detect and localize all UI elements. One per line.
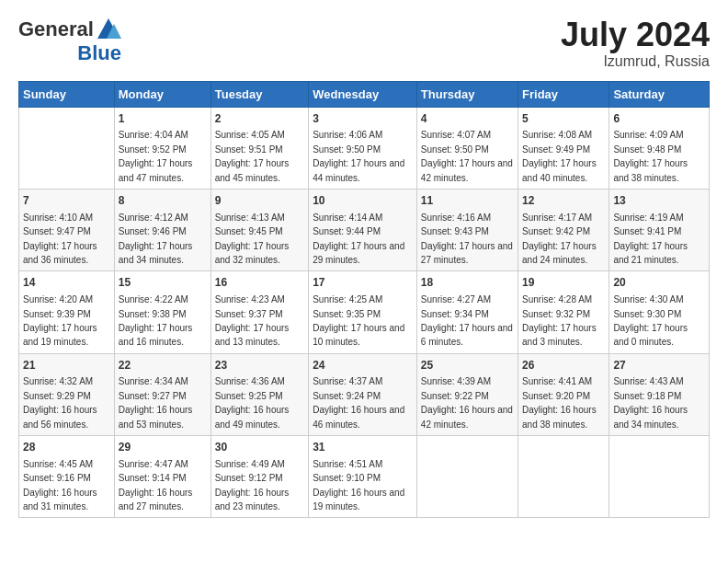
calendar-cell: 24Sunrise: 4:37 AMSunset: 9:24 PMDayligh… [309, 353, 417, 435]
calendar-cell: 25Sunrise: 4:39 AMSunset: 9:22 PMDayligh… [416, 353, 518, 435]
calendar-cell: 19Sunrise: 4:28 AMSunset: 9:32 PMDayligh… [518, 271, 609, 353]
calendar-cell: 12Sunrise: 4:17 AMSunset: 9:42 PMDayligh… [518, 189, 609, 270]
day-info: Sunrise: 4:28 AMSunset: 9:32 PMDaylight:… [522, 294, 597, 347]
day-number: 27 [613, 358, 705, 373]
day-number: 22 [119, 358, 207, 373]
day-info: Sunrise: 4:10 AMSunset: 9:47 PMDaylight:… [23, 213, 97, 265]
day-info: Sunrise: 4:51 AMSunset: 9:10 PMDaylight:… [313, 459, 404, 511]
logo-blue-text: Blue [77, 42, 121, 64]
logo-general-text: General [18, 18, 94, 40]
calendar-cell: 14Sunrise: 4:20 AMSunset: 9:39 PMDayligh… [19, 271, 115, 353]
calendar-cell: 4Sunrise: 4:07 AMSunset: 9:50 PMDaylight… [416, 107, 518, 189]
calendar-cell [609, 436, 710, 518]
day-info: Sunrise: 4:25 AMSunset: 9:35 PMDaylight:… [313, 294, 404, 347]
calendar-cell: 13Sunrise: 4:19 AMSunset: 9:41 PMDayligh… [609, 189, 710, 270]
day-info: Sunrise: 4:49 AMSunset: 9:12 PMDaylight:… [215, 459, 290, 511]
col-tuesday: Tuesday [210, 81, 308, 107]
calendar-cell [416, 436, 518, 518]
day-number: 15 [119, 275, 207, 291]
day-number: 4 [421, 111, 514, 127]
day-info: Sunrise: 4:17 AMSunset: 9:42 PMDaylight:… [522, 213, 597, 265]
day-info: Sunrise: 4:45 AMSunset: 9:16 PMDaylight:… [23, 459, 97, 511]
day-info: Sunrise: 4:19 AMSunset: 9:41 PMDaylight:… [613, 213, 688, 265]
day-number: 2 [215, 111, 304, 127]
day-number: 31 [313, 440, 413, 455]
day-number: 28 [23, 440, 110, 455]
col-wednesday: Wednesday [309, 81, 417, 107]
calendar-cell: 20Sunrise: 4:30 AMSunset: 9:30 PMDayligh… [609, 271, 710, 353]
calendar-cell: 11Sunrise: 4:16 AMSunset: 9:43 PMDayligh… [416, 189, 518, 270]
day-info: Sunrise: 4:41 AMSunset: 9:20 PMDaylight:… [522, 376, 597, 429]
title-block: July 2024 Izumrud, Russia [561, 17, 710, 70]
calendar-cell: 5Sunrise: 4:08 AMSunset: 9:49 PMDaylight… [518, 107, 609, 189]
day-number: 25 [421, 358, 514, 373]
calendar-cell: 2Sunrise: 4:05 AMSunset: 9:51 PMDaylight… [210, 107, 308, 189]
day-info: Sunrise: 4:37 AMSunset: 9:24 PMDaylight:… [313, 376, 404, 429]
page: General Blue July 2024 Izumrud, Russia S… [0, 0, 728, 527]
day-info: Sunrise: 4:23 AMSunset: 9:37 PMDaylight:… [215, 294, 290, 347]
header-row: Sunday Monday Tuesday Wednesday Thursday… [19, 81, 710, 107]
day-info: Sunrise: 4:06 AMSunset: 9:50 PMDaylight:… [313, 130, 404, 182]
day-info: Sunrise: 4:32 AMSunset: 9:29 PMDaylight:… [23, 376, 97, 429]
day-info: Sunrise: 4:09 AMSunset: 9:48 PMDaylight:… [613, 130, 688, 182]
day-info: Sunrise: 4:47 AMSunset: 9:14 PMDaylight:… [119, 459, 193, 511]
logo: General Blue [18, 17, 121, 64]
day-number: 24 [313, 358, 413, 373]
calendar-cell: 30Sunrise: 4:49 AMSunset: 9:12 PMDayligh… [210, 436, 308, 518]
col-friday: Friday [518, 81, 609, 107]
calendar-cell: 18Sunrise: 4:27 AMSunset: 9:34 PMDayligh… [416, 271, 518, 353]
day-number: 6 [613, 111, 705, 127]
day-info: Sunrise: 4:36 AMSunset: 9:25 PMDaylight:… [215, 376, 290, 429]
day-number: 10 [313, 193, 413, 209]
day-number: 19 [522, 275, 605, 291]
day-info: Sunrise: 4:07 AMSunset: 9:50 PMDaylight:… [421, 130, 513, 182]
calendar-cell: 9Sunrise: 4:13 AMSunset: 9:45 PMDaylight… [210, 189, 308, 270]
calendar-cell: 15Sunrise: 4:22 AMSunset: 9:38 PMDayligh… [114, 271, 210, 353]
calendar-cell: 8Sunrise: 4:12 AMSunset: 9:46 PMDaylight… [114, 189, 210, 270]
day-number: 17 [313, 275, 413, 291]
day-number: 29 [119, 440, 207, 455]
calendar-week-5: 28Sunrise: 4:45 AMSunset: 9:16 PMDayligh… [19, 436, 710, 518]
day-info: Sunrise: 4:14 AMSunset: 9:44 PMDaylight:… [313, 213, 404, 265]
col-sunday: Sunday [19, 81, 115, 107]
day-info: Sunrise: 4:34 AMSunset: 9:27 PMDaylight:… [119, 376, 193, 429]
calendar-week-1: 1Sunrise: 4:04 AMSunset: 9:52 PMDaylight… [19, 107, 710, 189]
logo-icon [96, 17, 121, 42]
day-number: 21 [23, 358, 110, 373]
calendar-location: Izumrud, Russia [561, 53, 710, 70]
col-thursday: Thursday [416, 81, 518, 107]
day-info: Sunrise: 4:43 AMSunset: 9:18 PMDaylight:… [613, 376, 688, 429]
day-number: 14 [23, 275, 110, 291]
calendar-cell: 16Sunrise: 4:23 AMSunset: 9:37 PMDayligh… [210, 271, 308, 353]
calendar-cell: 3Sunrise: 4:06 AMSunset: 9:50 PMDaylight… [309, 107, 417, 189]
day-number: 8 [119, 193, 207, 209]
calendar-cell: 21Sunrise: 4:32 AMSunset: 9:29 PMDayligh… [19, 353, 115, 435]
col-monday: Monday [114, 81, 210, 107]
calendar-week-2: 7Sunrise: 4:10 AMSunset: 9:47 PMDaylight… [19, 189, 710, 270]
calendar-cell: 10Sunrise: 4:14 AMSunset: 9:44 PMDayligh… [309, 189, 417, 270]
calendar-table: Sunday Monday Tuesday Wednesday Thursday… [18, 81, 710, 519]
calendar-cell: 6Sunrise: 4:09 AMSunset: 9:48 PMDaylight… [609, 107, 710, 189]
calendar-cell: 28Sunrise: 4:45 AMSunset: 9:16 PMDayligh… [19, 436, 115, 518]
header: General Blue July 2024 Izumrud, Russia [18, 17, 710, 70]
calendar-cell: 31Sunrise: 4:51 AMSunset: 9:10 PMDayligh… [309, 436, 417, 518]
day-number: 1 [119, 111, 207, 127]
calendar-title: July 2024 [561, 17, 710, 53]
day-info: Sunrise: 4:20 AMSunset: 9:39 PMDaylight:… [23, 294, 97, 347]
calendar-cell [19, 107, 115, 189]
day-number: 30 [215, 440, 304, 455]
calendar-cell: 29Sunrise: 4:47 AMSunset: 9:14 PMDayligh… [114, 436, 210, 518]
day-info: Sunrise: 4:04 AMSunset: 9:52 PMDaylight:… [119, 130, 193, 182]
calendar-cell [518, 436, 609, 518]
day-number: 12 [522, 193, 605, 209]
calendar-cell: 1Sunrise: 4:04 AMSunset: 9:52 PMDaylight… [114, 107, 210, 189]
day-number: 26 [522, 358, 605, 373]
calendar-cell: 22Sunrise: 4:34 AMSunset: 9:27 PMDayligh… [114, 353, 210, 435]
day-info: Sunrise: 4:08 AMSunset: 9:49 PMDaylight:… [522, 130, 597, 182]
calendar-cell: 26Sunrise: 4:41 AMSunset: 9:20 PMDayligh… [518, 353, 609, 435]
day-number: 23 [215, 358, 304, 373]
day-number: 16 [215, 275, 304, 291]
day-number: 18 [421, 275, 514, 291]
day-info: Sunrise: 4:27 AMSunset: 9:34 PMDaylight:… [421, 294, 513, 347]
day-number: 11 [421, 193, 514, 209]
